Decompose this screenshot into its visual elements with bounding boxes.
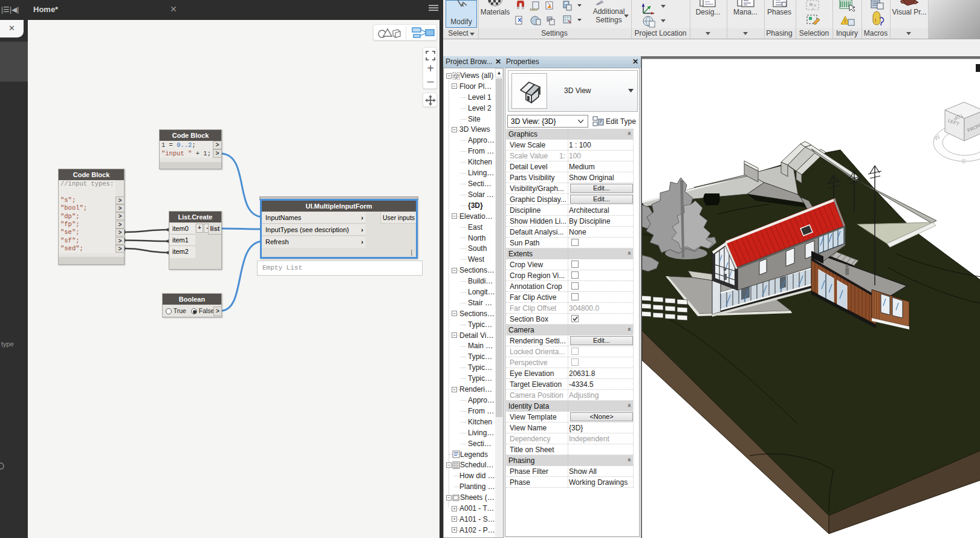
svg-text:!: ! [845,18,846,24]
svg-text:0.0: 0.0 [548,18,552,21]
svg-text:!: ! [875,18,877,24]
